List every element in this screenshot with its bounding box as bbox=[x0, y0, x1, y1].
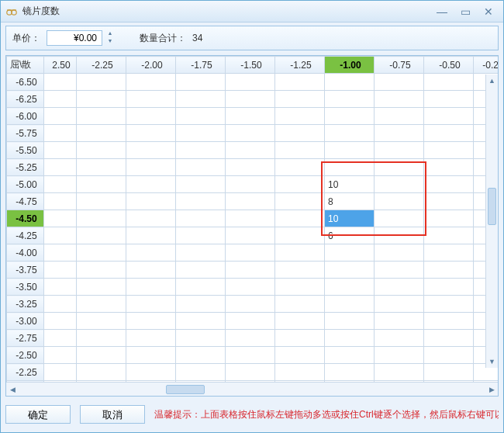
grid-cell[interactable] bbox=[176, 193, 226, 210]
vscroll-track[interactable] bbox=[486, 87, 498, 355]
grid-cell[interactable] bbox=[325, 347, 375, 364]
spinner-up-icon[interactable]: ▲ bbox=[105, 30, 115, 38]
scroll-right-icon[interactable]: ▶ bbox=[485, 383, 498, 396]
col-header[interactable]: -1.00 bbox=[325, 57, 375, 74]
grid-cell[interactable] bbox=[77, 125, 126, 142]
grid-cell[interactable] bbox=[44, 296, 77, 313]
grid-cell[interactable] bbox=[375, 193, 424, 210]
grid-cell[interactable] bbox=[226, 262, 275, 279]
grid-cell[interactable] bbox=[77, 193, 126, 210]
maximize-button[interactable]: ▭ bbox=[455, 5, 475, 19]
grid-cell[interactable] bbox=[44, 193, 77, 210]
grid-cell[interactable] bbox=[44, 125, 77, 142]
grid-cell[interactable] bbox=[375, 381, 424, 383]
grid-cell[interactable] bbox=[375, 347, 424, 364]
grid-cell[interactable] bbox=[126, 244, 176, 262]
grid-cell[interactable] bbox=[275, 381, 325, 383]
grid-cell[interactable] bbox=[126, 227, 176, 244]
grid-cell[interactable] bbox=[424, 176, 474, 193]
grid-cell[interactable] bbox=[375, 159, 424, 176]
grid-cell[interactable] bbox=[176, 125, 226, 142]
grid-cell[interactable] bbox=[474, 381, 499, 383]
scroll-left-icon[interactable]: ◀ bbox=[6, 383, 19, 396]
grid-cell[interactable] bbox=[176, 210, 226, 227]
row-header[interactable]: -3.50 bbox=[7, 279, 44, 296]
grid-cell[interactable] bbox=[77, 91, 126, 108]
grid-cell[interactable] bbox=[375, 91, 424, 108]
grid-cell[interactable] bbox=[126, 262, 176, 279]
grid-cell[interactable] bbox=[275, 108, 325, 125]
grid-cell[interactable] bbox=[424, 244, 474, 262]
grid-cell[interactable] bbox=[126, 279, 176, 296]
grid-cell[interactable] bbox=[226, 381, 275, 383]
grid-cell[interactable] bbox=[226, 193, 275, 210]
row-header[interactable]: -5.25 bbox=[7, 159, 44, 176]
grid-cell[interactable] bbox=[176, 347, 226, 364]
grid-cell[interactable] bbox=[424, 279, 474, 296]
price-input[interactable] bbox=[47, 30, 102, 46]
grid-cell[interactable] bbox=[77, 296, 126, 313]
grid-cell[interactable] bbox=[275, 91, 325, 108]
grid-cell[interactable] bbox=[275, 313, 325, 330]
grid-cell[interactable] bbox=[275, 244, 325, 262]
grid-cell[interactable] bbox=[77, 176, 126, 193]
grid-cell[interactable] bbox=[176, 381, 226, 383]
grid-cell[interactable] bbox=[126, 347, 176, 364]
grid-cell[interactable] bbox=[375, 74, 424, 91]
grid-cell[interactable] bbox=[424, 142, 474, 159]
grid-cell[interactable] bbox=[176, 142, 226, 159]
row-header[interactable]: -6.25 bbox=[7, 91, 44, 108]
grid-cell[interactable] bbox=[424, 330, 474, 347]
grid-cell[interactable] bbox=[176, 91, 226, 108]
grid-cell[interactable] bbox=[424, 347, 474, 364]
col-header[interactable]: -1.75 bbox=[176, 57, 226, 74]
grid-cell[interactable] bbox=[375, 176, 424, 193]
grid-cell[interactable] bbox=[176, 279, 226, 296]
grid-cell[interactable] bbox=[77, 210, 126, 227]
grid-cell[interactable] bbox=[44, 364, 77, 381]
grid-cell[interactable] bbox=[275, 262, 325, 279]
vertical-scrollbar[interactable]: ▲ ▼ bbox=[485, 74, 498, 368]
grid-cell[interactable] bbox=[325, 262, 375, 279]
grid-cell[interactable] bbox=[77, 279, 126, 296]
grid-cell[interactable]: 8 bbox=[325, 193, 375, 210]
grid-cell[interactable]: 10 bbox=[325, 210, 375, 227]
row-header[interactable]: -3.00 bbox=[7, 313, 44, 330]
grid-cell[interactable] bbox=[126, 330, 176, 347]
grid-cell[interactable] bbox=[275, 176, 325, 193]
grid-cell[interactable] bbox=[424, 125, 474, 142]
grid-cell[interactable] bbox=[226, 142, 275, 159]
horizontal-scrollbar[interactable]: ◀ ▶ bbox=[6, 382, 498, 396]
grid-cell[interactable] bbox=[44, 262, 77, 279]
spinner-down-icon[interactable]: ▼ bbox=[105, 38, 115, 46]
ok-button[interactable]: 确定 bbox=[5, 405, 71, 424]
grid-cell[interactable] bbox=[126, 210, 176, 227]
grid-cell[interactable] bbox=[375, 262, 424, 279]
grid-cell[interactable] bbox=[176, 244, 226, 262]
scroll-down-icon[interactable]: ▼ bbox=[486, 355, 498, 368]
row-header[interactable]: -3.75 bbox=[7, 262, 44, 279]
grid-cell[interactable] bbox=[126, 159, 176, 176]
grid-cell[interactable] bbox=[77, 313, 126, 330]
cancel-button[interactable]: 取消 bbox=[80, 405, 145, 424]
grid-cell[interactable] bbox=[176, 108, 226, 125]
row-header[interactable]: -5.75 bbox=[7, 125, 44, 142]
close-button[interactable]: ✕ bbox=[478, 5, 499, 19]
grid-cell[interactable] bbox=[126, 313, 176, 330]
grid-cell[interactable] bbox=[424, 381, 474, 383]
grid-cell[interactable] bbox=[176, 296, 226, 313]
grid-cell[interactable] bbox=[77, 330, 126, 347]
grid-cell[interactable] bbox=[325, 108, 375, 125]
minimize-button[interactable]: — bbox=[432, 5, 452, 19]
grid-cell[interactable] bbox=[226, 74, 275, 91]
grid-cell[interactable] bbox=[44, 347, 77, 364]
grid-cell[interactable] bbox=[375, 296, 424, 313]
row-header[interactable]: -5.50 bbox=[7, 142, 44, 159]
grid-cell[interactable] bbox=[275, 74, 325, 91]
grid-cell[interactable] bbox=[126, 125, 176, 142]
grid-cell[interactable] bbox=[424, 108, 474, 125]
grid-cell[interactable] bbox=[325, 125, 375, 142]
col-header[interactable]: -1.25 bbox=[275, 57, 325, 74]
grid-cell[interactable] bbox=[325, 330, 375, 347]
grid-cell[interactable] bbox=[44, 313, 77, 330]
